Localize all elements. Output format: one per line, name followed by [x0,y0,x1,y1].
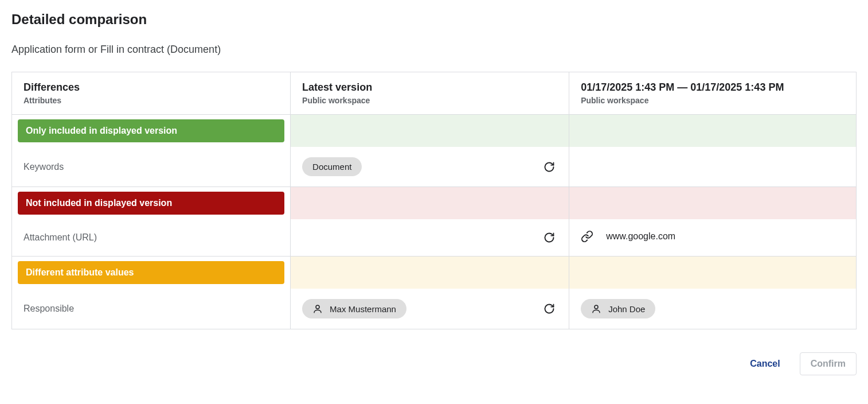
comparison-table: Differences Attributes Latest version Pu… [11,72,857,329]
row-attachment: Attachment (URL) www.google.com [12,219,857,257]
chip-keyword[interactable]: Document [302,157,362,176]
confirm-button[interactable]: Confirm [800,352,857,375]
refresh-icon [544,161,555,173]
person-icon [312,304,323,314]
row-keywords: Keywords Document [12,147,857,187]
link-icon [581,230,593,243]
person-icon [591,304,601,314]
svg-point-1 [595,305,598,309]
chip-label: Max Mustermann [330,304,396,314]
row-label: Keywords [12,147,291,187]
column-title: 01/17/2025 1:43 PM — 01/17/2025 1:43 PM [581,81,844,94]
column-sub: Public workspace [581,96,844,105]
section-only-included: Only included in displayed version [12,115,857,147]
section-different: Different attribute values [12,257,857,289]
page-title: Detailed comparison [11,11,857,28]
refresh-button[interactable] [541,230,557,246]
link-attachment[interactable]: www.google.com [581,230,675,243]
refresh-button[interactable] [541,301,557,317]
column-sub: Attributes [24,96,279,105]
link-text: www.google.com [606,231,675,242]
chip-person-dated[interactable]: John Doe [581,299,655,318]
column-header-latest: Latest version Public workspace [291,72,569,115]
chip-label: John Doe [608,304,645,314]
chip-person-latest[interactable]: Max Mustermann [302,299,406,318]
column-header-dated: 01/17/2025 1:43 PM — 01/17/2025 1:43 PM … [569,72,857,115]
column-header-differences: Differences Attributes [12,72,291,115]
refresh-button[interactable] [541,159,557,175]
row-responsible: Responsible Max Mustermann [12,289,857,329]
column-sub: Public workspace [302,96,557,105]
column-title: Differences [24,81,279,94]
svg-point-0 [316,305,319,309]
section-badge-only-included: Only included in displayed version [18,119,284,142]
refresh-icon [544,303,555,314]
page-subtitle: Application form or Fill in contract (Do… [11,44,857,56]
section-not-included: Not included in displayed version [12,187,857,220]
cancel-button[interactable]: Cancel [742,353,788,375]
section-badge-not-included: Not included in displayed version [18,192,284,215]
refresh-icon [544,232,555,243]
column-title: Latest version [302,81,557,94]
chip-label: Document [312,162,351,172]
section-badge-different: Different attribute values [18,261,284,284]
row-label: Responsible [12,289,291,329]
footer-actions: Cancel Confirm [11,352,857,375]
row-label: Attachment (URL) [12,219,291,257]
